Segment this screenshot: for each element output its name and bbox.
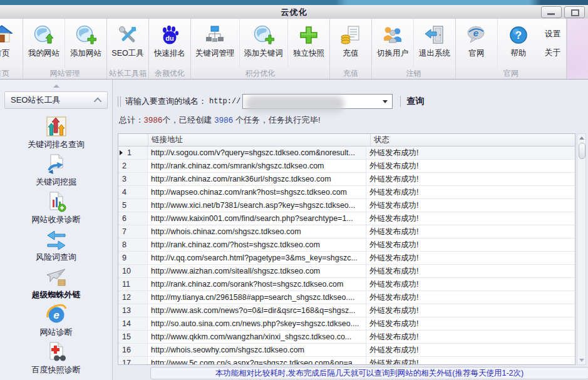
link-url-cell[interactable]: http://rank.chinaz.com/sorank?host=shgsz… xyxy=(148,278,366,290)
status-cell: 外链发布成功! xyxy=(366,252,575,264)
link-url-cell[interactable]: http://www.kaixin001.com/find/search.php… xyxy=(148,212,366,225)
footer-note-text: 本功能相对比较耗时,发布完成后隔几天就可以查询到网站的相关外链(推荐每天使用1-… xyxy=(215,368,524,379)
svg-text:e: e xyxy=(53,309,59,321)
table-header[interactable]: 链接地址 状态 xyxy=(118,134,575,146)
toolbar-button[interactable]: 独立快照 xyxy=(287,19,329,68)
toolbar-small-button[interactable]: 设置 xyxy=(545,29,560,39)
table-row[interactable]: 4http://wapseo.chinaz.com/rank?host=shgs… xyxy=(118,186,575,199)
table-row[interactable]: 12http://my.tianya.cn/2961588#app=search… xyxy=(118,291,575,304)
toolbar-button[interactable]: 我的网站 xyxy=(23,19,64,68)
status-column-header[interactable]: 状态 xyxy=(371,134,575,146)
table-row[interactable]: 14http://so.auto.sina.com.cn/news.php?sk… xyxy=(118,317,575,331)
table-row[interactable]: 10http://www.aizhan.com/siteall/shgszc.t… xyxy=(118,265,575,278)
link-url-cell[interactable]: http://rank.chinaz.com/smrank/shgszc.tdk… xyxy=(148,160,366,172)
link-url-cell[interactable]: http://www.aizhan.com/siteall/shgszc.tdk… xyxy=(148,265,366,277)
toolbar-button[interactable]: du快速排名 xyxy=(149,19,190,68)
toolbar-button[interactable]: 充值 xyxy=(330,19,371,68)
table-row[interactable]: 13http://www.ask.com/news?o=0&l=dir&qsrc… xyxy=(118,304,575,317)
sidebar-collapse-icon[interactable] xyxy=(53,85,59,88)
link-url-cell[interactable]: http://www.xici.net/b7381/search.asp?key… xyxy=(148,199,366,212)
table-row[interactable]: 11http://rank.chinaz.com/sorank?host=shg… xyxy=(118,278,575,291)
scroll-down-icon[interactable] xyxy=(579,359,584,362)
rank-chart-icon xyxy=(46,116,67,137)
toolbar-button[interactable]: 添加关键词 xyxy=(239,19,288,68)
query-toolbar: 请输入要查询的域名： http:// 查询 xyxy=(118,93,582,110)
link-url-cell[interactable]: http://www.ask.com/news?o=0&l=dir&qsrc=1… xyxy=(148,304,366,317)
link-url-cell[interactable]: http://rank.chinaz.com/?host=shgszc.tdks… xyxy=(148,239,366,251)
combo-dropdown-icon[interactable] xyxy=(383,100,388,103)
sidebar-item[interactable]: 关键词排名查询 xyxy=(0,116,112,150)
exit-icon xyxy=(424,24,445,46)
sidebar-item[interactable]: 风险词查询 xyxy=(0,229,112,262)
link-url-cell[interactable]: http://rank.chinaz.com/rank36url/shgszc.… xyxy=(148,173,366,185)
svg-text:?: ? xyxy=(515,29,522,41)
summary-segment: 个任务，任务执行完毕! xyxy=(233,115,321,125)
status-cell: 外链发布成功! xyxy=(366,304,575,317)
sidebar-item[interactable]: 超级蜘蛛外链 xyxy=(0,266,112,300)
table-row[interactable]: 17http://www.5c.com.cn/s.aspx?q=shgszc.t… xyxy=(118,357,575,365)
toolbar-button[interactable]: e官网 xyxy=(456,19,497,68)
status-cell: 外链发布成功! xyxy=(366,265,575,277)
link-url-cell[interactable]: http://v.qq.com/search.html?pagetype=3&m… xyxy=(148,252,366,264)
toolbar-button[interactable]: 首页 xyxy=(0,19,23,68)
sidebar-item[interactable]: 百度快照诊断 xyxy=(0,341,112,375)
toolbar-button[interactable]: 退出系统 xyxy=(413,19,455,68)
query-label: 请输入要查询的域名： xyxy=(125,96,207,107)
summary-segment: 3986 xyxy=(144,115,163,125)
toolbar-button[interactable]: ?帮助 xyxy=(497,19,539,68)
link-url-cell[interactable]: http://www.5c.com.cn/s.aspx?q=shgszc.tdk… xyxy=(148,357,366,365)
table-row[interactable]: 5http://www.xici.net/b7381/search.asp?ke… xyxy=(118,199,575,212)
link-url-cell[interactable]: http://whois.seowhy.com/shgszc.tdkseo.co… xyxy=(148,344,366,356)
query-button[interactable]: 查询 xyxy=(406,96,424,107)
links-table[interactable]: 链接地址 状态 1http://v.sogou.com/v?query=shgs… xyxy=(118,133,575,365)
toolbar-button[interactable]: 切换用户 xyxy=(372,19,413,68)
table-row[interactable]: 9http://v.qq.com/search.html?pagetype=3&… xyxy=(118,252,575,265)
toolbar-button-label: SEO工具 xyxy=(111,48,143,59)
table-row[interactable]: 8http://rank.chinaz.com/?host=shgszc.tdk… xyxy=(118,239,575,252)
status-cell: 外链发布成功! xyxy=(366,146,575,159)
toolbar-group: 切换用户退出系统注销 xyxy=(372,19,456,79)
link-url-cell[interactable]: http://v.sogou.com/v?query=shgszc.tdkseo… xyxy=(148,146,366,159)
table-row[interactable]: 6http://www.kaixin001.com/find/search.ph… xyxy=(118,212,575,225)
table-row[interactable]: 16http://whois.seowhy.com/shgszc.tdkseo.… xyxy=(118,344,575,357)
main-panel: 请输入要查询的域名： http:// 查询 总计：3986个，已经创建 3986… xyxy=(113,80,588,380)
toolbar-group-label: 注销 xyxy=(372,68,455,79)
link-column-header[interactable]: 链接地址 xyxy=(148,134,371,146)
link-url-cell[interactable]: http://wapseo.chinaz.com/rank?host=shgsz… xyxy=(148,186,366,198)
scrollbar-thumb[interactable] xyxy=(579,143,585,159)
toolbar-small-buttons: 设置关于 xyxy=(539,19,566,68)
link-url-cell[interactable]: http://so.auto.sina.com.cn/news.php?skey… xyxy=(148,317,366,330)
toolbar-small-button[interactable]: 关于 xyxy=(545,48,560,58)
switch-user-icon xyxy=(382,24,403,46)
table-row[interactable]: 1http://v.sogou.com/v?query=shgszc.tdkse… xyxy=(118,146,575,160)
link-url-cell[interactable]: http://www.qkkm.com/wangzhan/xinxi_shgsz… xyxy=(148,331,366,343)
title-bar[interactable]: 云优化 xyxy=(0,5,588,19)
scroll-up-icon[interactable] xyxy=(579,136,584,140)
window-title: 云优化 xyxy=(0,7,588,18)
sidebar-item[interactable]: e网站诊断 xyxy=(0,304,112,337)
ribbon-groups: 首页首页我的网站添加网站网站管理SEO工具站长工具箱du快速排名余额优化关键词管… xyxy=(0,19,567,79)
sidebar-header[interactable]: SEO站长工具 xyxy=(4,91,108,109)
tools-icon xyxy=(117,24,138,46)
ribbon-decoration xyxy=(567,19,588,79)
desktop-strip xyxy=(0,0,588,5)
domain-combobox[interactable] xyxy=(242,94,393,109)
toolbar-button[interactable]: 添加网站 xyxy=(64,19,106,68)
table-row[interactable]: 2http://rank.chinaz.com/smrank/shgszc.td… xyxy=(118,160,575,173)
toolbar-button[interactable]: 关键词管理 xyxy=(191,19,239,68)
status-cell: 外链发布成功! xyxy=(366,317,575,330)
sidebar-item[interactable]: 关键词挖掘 xyxy=(0,153,112,187)
table-row[interactable]: 3http://rank.chinaz.com/rank36url/shgszc… xyxy=(118,173,575,186)
link-url-cell[interactable]: http://whois.chinaz.com/shgszc.tdkseo.co… xyxy=(148,225,366,238)
home-icon xyxy=(0,24,13,46)
table-row[interactable]: 7http://whois.chinaz.com/shgszc.tdkseo.c… xyxy=(118,225,575,239)
table-row[interactable]: 15http://www.qkkm.com/wangzhan/xinxi_shg… xyxy=(118,331,575,344)
sidebar-item-label: 关键词挖掘 xyxy=(36,177,76,187)
maximize-button[interactable] xyxy=(564,6,585,18)
toolbar-button[interactable]: SEO工具 xyxy=(107,19,148,68)
sidebar-item[interactable]: 网站收录诊断 xyxy=(0,191,112,225)
link-url-cell[interactable]: http://my.tianya.cn/2961588#app=search_s… xyxy=(148,291,366,304)
vertical-scrollbar[interactable] xyxy=(577,133,586,365)
minimize-button[interactable] xyxy=(541,6,562,18)
toolbar-group-label: 首页 xyxy=(0,68,23,79)
